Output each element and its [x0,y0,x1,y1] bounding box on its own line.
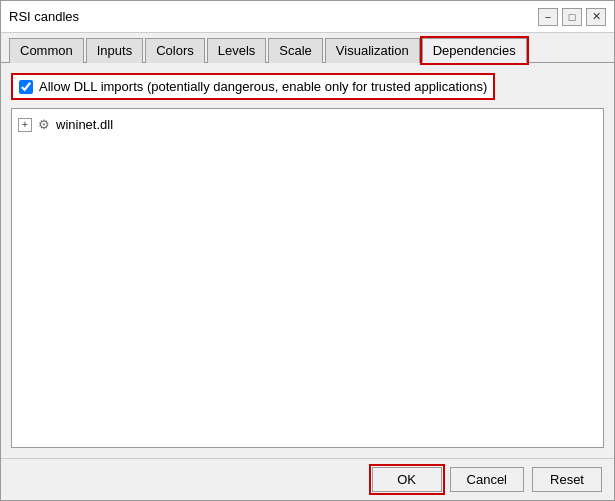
reset-button[interactable]: Reset [532,467,602,492]
tab-levels[interactable]: Levels [207,38,267,63]
title-bar-controls: − □ ✕ [538,8,606,26]
dll-imports-checkbox[interactable] [19,80,33,94]
main-window: RSI candles − □ ✕ Common Inputs Colors L… [0,0,615,501]
close-button[interactable]: ✕ [586,8,606,26]
gear-icon: ⚙ [38,117,50,132]
tab-inputs[interactable]: Inputs [86,38,143,63]
dll-name: wininet.dll [56,117,113,132]
expand-icon[interactable]: + [18,118,32,132]
ok-button[interactable]: OK [372,467,442,492]
maximize-button[interactable]: □ [562,8,582,26]
cancel-button[interactable]: Cancel [450,467,524,492]
window-title: RSI candles [9,9,79,24]
minimize-button[interactable]: − [538,8,558,26]
title-bar: RSI candles − □ ✕ [1,1,614,33]
list-item[interactable]: + ⚙ wininet.dll [18,115,597,134]
tab-dependencies[interactable]: Dependencies [422,38,527,63]
dll-imports-row: Allow DLL imports (potentially dangerous… [11,73,495,100]
tab-scale[interactable]: Scale [268,38,323,63]
footer: OK Cancel Reset [1,458,614,500]
dll-list: + ⚙ wininet.dll [11,108,604,448]
content-area: Allow DLL imports (potentially dangerous… [1,63,614,458]
tab-visualization[interactable]: Visualization [325,38,420,63]
tab-colors[interactable]: Colors [145,38,205,63]
dll-imports-label: Allow DLL imports (potentially dangerous… [39,79,487,94]
tab-common[interactable]: Common [9,38,84,63]
tab-bar: Common Inputs Colors Levels Scale Visual… [1,33,614,63]
